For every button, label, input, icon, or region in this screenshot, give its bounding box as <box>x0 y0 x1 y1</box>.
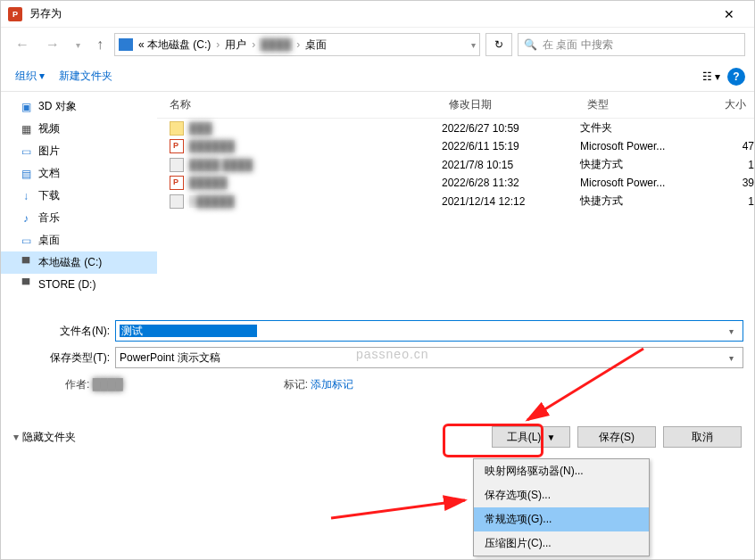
menu-item[interactable]: 常规选项(G)... <box>474 507 649 531</box>
doc-icon: ▤ <box>19 167 33 181</box>
file-type: 文件夹 <box>580 120 705 136</box>
chevron-right-icon: › <box>248 38 259 51</box>
file-name: ██████ <box>189 140 235 152</box>
sidebar-item-img[interactable]: ▭图片 <box>1 140 157 162</box>
sidebar-item-disk[interactable]: ▀本地磁盘 (C:) <box>1 251 157 274</box>
file-date: 2021/7/8 10:15 <box>442 159 580 171</box>
sidebar-item-label: 图片 <box>38 144 60 159</box>
form-area: 文件名(N): ▾ 保存类型(T): PowerPoint 演示文稿 ▾ 作者:… <box>1 313 754 399</box>
main-area: ▣3D 对象▦视频▭图片▤文档↓下载♪音乐▭桌面▀本地磁盘 (C:)▀STORE… <box>1 92 754 313</box>
back-button[interactable]: ← <box>10 33 35 56</box>
file-size: 1 <box>705 195 754 208</box>
add-tag-link[interactable]: 添加标记 <box>311 378 353 391</box>
file-row[interactable]: E█████2021/12/14 12:12快捷方式1 <box>157 192 754 210</box>
dl-icon: ↓ <box>19 189 33 203</box>
col-name[interactable]: 名称 <box>157 92 442 118</box>
col-date[interactable]: 修改日期 <box>442 92 580 118</box>
address-dropdown-icon[interactable]: ▾ <box>471 40 476 50</box>
footer: 隐藏文件夹 工具(L)▼ 保存(S) 取消 <box>1 399 754 457</box>
breadcrumb-desktop[interactable]: 桌面 <box>303 37 328 53</box>
window-title: 另存为 <box>29 6 711 21</box>
file-name: E█████ <box>189 195 235 208</box>
3d-icon: ▣ <box>19 100 33 114</box>
sidebar-item-label: 文档 <box>38 166 60 181</box>
file-size: 1 <box>705 159 754 171</box>
music-icon: ♪ <box>19 211 33 226</box>
navbar: ← → ▾ ↑ « 本地磁盘 (C:) › 用户 › ████ › 桌面 ▾ ↻… <box>1 28 754 62</box>
filetype-value: PowerPoint 演示文稿 <box>120 350 220 366</box>
file-name: ████ ████ <box>189 159 253 171</box>
file-type: 快捷方式 <box>580 157 705 172</box>
col-size[interactable]: 大小 <box>705 92 754 118</box>
history-dropdown[interactable]: ▾ <box>71 37 86 54</box>
file-row[interactable]: ██████2022/6/11 15:19Microsoft Power...4… <box>157 137 754 155</box>
filename-dropdown-icon[interactable]: ▾ <box>723 326 739 336</box>
titlebar: P 另存为 ✕ <box>1 1 754 28</box>
sidebar-item-3d[interactable]: ▣3D 对象 <box>1 95 157 118</box>
file-date: 2022/6/11 15:19 <box>442 140 580 152</box>
folder-icon <box>119 38 133 51</box>
file-type: Microsoft Power... <box>580 140 705 152</box>
tools-button[interactable]: 工具(L)▼ <box>492 426 570 448</box>
up-button[interactable]: ↑ <box>91 33 109 56</box>
breadcrumb-root[interactable]: « 本地磁盘 (C:) <box>137 37 212 53</box>
sidebar-item-dl[interactable]: ↓下载 <box>1 185 157 207</box>
tag-label: 标记: <box>284 378 308 391</box>
lnk-icon <box>170 194 184 209</box>
sidebar-item-label: 音乐 <box>38 210 60 226</box>
file-date: 2022/6/27 10:59 <box>442 122 580 135</box>
save-button[interactable]: 保存(S) <box>577 426 656 448</box>
new-folder-button[interactable]: 新建文件夹 <box>54 65 118 87</box>
svg-line-1 <box>331 500 465 518</box>
col-type[interactable]: 类型 <box>580 92 705 118</box>
tools-dropdown: 映射网络驱动器(N)...保存选项(S)...常规选项(G)...压缩图片(C)… <box>473 458 650 556</box>
cancel-button[interactable]: 取消 <box>663 426 742 448</box>
lnk-icon <box>170 158 184 172</box>
filetype-select[interactable]: PowerPoint 演示文稿 ▾ <box>115 347 743 368</box>
app-icon: P <box>8 7 22 21</box>
disk-icon: ▀ <box>19 256 33 270</box>
img-icon: ▭ <box>19 144 33 159</box>
organize-button[interactable]: 组织 ▾ <box>10 65 50 87</box>
address-bar[interactable]: « 本地磁盘 (C:) › 用户 › ████ › 桌面 ▾ <box>114 33 480 56</box>
sidebar-item-doc[interactable]: ▤文档 <box>1 162 157 185</box>
breadcrumb-user[interactable]: 用户 <box>223 37 248 53</box>
menu-item[interactable]: 映射网络驱动器(N)... <box>474 459 649 483</box>
file-type: Microsoft Power... <box>580 177 705 189</box>
filename-input-wrap[interactable]: ▾ <box>115 320 743 342</box>
view-options[interactable]: ☷ ▾ <box>699 67 724 86</box>
breadcrumb-username[interactable]: ████ <box>259 38 293 51</box>
filetype-label: 保存类型(T): <box>12 350 110 366</box>
sidebar: ▣3D 对象▦视频▭图片▤文档↓下载♪音乐▭桌面▀本地磁盘 (C:)▀STORE… <box>1 92 157 313</box>
search-input[interactable]: 🔍 在 桌面 中搜索 <box>518 33 745 56</box>
file-list: ███2022/6/27 10:59文件夹██████2022/6/11 15:… <box>157 119 754 210</box>
vid-icon: ▦ <box>19 122 33 136</box>
file-row[interactable]: █████2022/6/28 11:32Microsoft Power...39 <box>157 174 754 192</box>
filetype-dropdown-icon[interactable]: ▾ <box>723 353 739 363</box>
forward-button[interactable]: → <box>40 33 65 56</box>
menu-item[interactable]: 保存选项(S)... <box>474 483 649 507</box>
sidebar-item-desk[interactable]: ▭桌面 <box>1 229 157 251</box>
file-date: 2022/6/28 11:32 <box>442 177 580 189</box>
help-button[interactable]: ? <box>727 68 745 86</box>
desk-icon: ▭ <box>19 234 33 248</box>
sidebar-item-music[interactable]: ♪音乐 <box>1 207 157 229</box>
sidebar-item-label: 本地磁盘 (C:) <box>38 255 102 270</box>
sidebar-item-vid[interactable]: ▦视频 <box>1 118 157 140</box>
file-row[interactable]: ███2022/6/27 10:59文件夹 <box>157 119 754 137</box>
refresh-button[interactable]: ↻ <box>485 33 512 56</box>
file-pane: 名称 修改日期 类型 大小 ███2022/6/27 10:59文件夹█████… <box>157 92 754 313</box>
file-row[interactable]: ████ ████2021/7/8 10:15快捷方式1 <box>157 155 754 174</box>
file-date: 2021/12/14 12:12 <box>442 195 580 208</box>
disk-icon: ▀ <box>19 277 33 292</box>
menu-item[interactable]: 压缩图片(C)... <box>474 531 649 556</box>
sidebar-item-disk[interactable]: ▀STORE (D:) <box>1 274 157 295</box>
filename-input[interactable] <box>120 325 257 337</box>
file-type: 快捷方式 <box>580 194 705 209</box>
hide-folders-toggle[interactable]: 隐藏文件夹 <box>13 430 76 445</box>
sidebar-item-label: 下载 <box>38 188 60 203</box>
author-value: ████ <box>93 378 123 391</box>
close-button[interactable]: ✕ <box>711 7 747 21</box>
sidebar-item-label: 3D 对象 <box>38 99 77 114</box>
filename-label: 文件名(N): <box>12 324 110 339</box>
